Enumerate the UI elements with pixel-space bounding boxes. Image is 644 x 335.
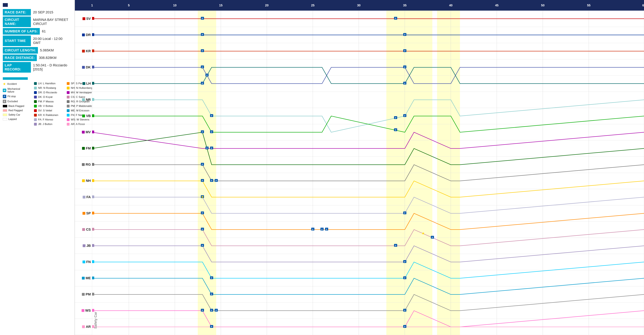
- pit-stop-label-ME: P: [211, 293, 212, 296]
- pit-stop-label-LH: P: [202, 82, 203, 85]
- lap-numbers: 151015202530354045505561: [92, 0, 644, 10]
- driver-color: [34, 109, 37, 112]
- info-row: NUMBER OF LAPS: 61: [3, 28, 72, 34]
- start-box-DK: [92, 66, 94, 68]
- driver-row-label: ME: [75, 270, 92, 286]
- start-box-NR: [92, 98, 94, 101]
- driver-color: [34, 123, 37, 126]
- pit-stop-label-FM: P: [202, 131, 203, 133]
- info-row: CIRCUIT NAME: MARINA BAY STREET CIRCUIT: [3, 16, 72, 27]
- lap-marker: 35: [403, 3, 406, 7]
- key-redflag: Red Flagged: [3, 109, 29, 112]
- info-label: RACE DISTANCE:: [3, 54, 37, 61]
- info-value: 1:50.041 - D Ricciardo [2015]: [31, 62, 72, 73]
- driver-row-label: AR: [75, 319, 92, 335]
- accident-icon: ★: [3, 82, 6, 86]
- info-value: 20 SEP 2015: [31, 9, 55, 15]
- row-labels: SVDRKRDKLHNRVBMVFMRGNHFASPCSJBFNMEPMWSAR: [75, 10, 92, 335]
- info-row: RACE DATE: 20 SEP 2015: [3, 9, 72, 15]
- driver-row-label: DK: [75, 59, 92, 75]
- driver-color: [67, 82, 70, 85]
- key-pitstop: P Pit stop: [3, 95, 29, 98]
- driver-color: [67, 87, 70, 89]
- drivers-col1: LH: L HamiltonNR: N RosbergDR: D Ricciar…: [34, 82, 62, 126]
- pit-stop-label-RG: P: [211, 180, 212, 182]
- start-box-FN: [92, 260, 94, 263]
- info-value: 5.065KM: [38, 47, 56, 54]
- blackflag-icon: [3, 105, 7, 107]
- driver-color: [34, 82, 37, 85]
- race-name: [8, 4, 13, 7]
- driver-row-label: NH: [75, 173, 92, 189]
- pit-stop-label-KR: P: [202, 50, 203, 52]
- driver-row-label: LH: [75, 75, 92, 92]
- lap-marker: 1: [91, 3, 93, 7]
- pit-stop-label-AR: P: [211, 326, 212, 328]
- accident-CS: ★: [422, 231, 425, 235]
- pit-stop-label-JB: P: [404, 261, 405, 263]
- key-accident: ★ Accident: [3, 82, 29, 86]
- driver-color: [34, 91, 37, 94]
- start-box-MV: [92, 131, 94, 133]
- driver-color: [67, 114, 70, 117]
- driver-row-label: WS: [75, 303, 92, 319]
- lap-marker: 25: [311, 3, 314, 7]
- driver-row-label: FM: [75, 140, 92, 157]
- info-label: CIRCUIT LENGTH:: [3, 47, 38, 54]
- pit-stop-label-RG: P: [202, 163, 203, 166]
- mechanical-icon: M: [3, 89, 6, 92]
- safetycar-icon: [3, 114, 7, 116]
- start-box-PM: [92, 293, 94, 296]
- start-box-SP: [92, 212, 94, 214]
- driver-row-label: DR: [75, 27, 92, 43]
- pit-stop-label-FA: P: [404, 212, 405, 214]
- pit-stop-label-SP: P: [326, 228, 327, 231]
- pit-stop-label-WS: P: [404, 326, 405, 328]
- start-box-LH: [92, 82, 94, 85]
- pit-stop-label-JB: P: [202, 245, 203, 247]
- driver-legend-item: NR: N Rosberg: [34, 86, 62, 90]
- driver-row-label: KR: [75, 43, 92, 59]
- key-section: ★ Accident M Mechanicalfailure P Pit sto…: [3, 82, 72, 126]
- driver-color: [34, 114, 37, 117]
- lap-marker: 50: [541, 3, 544, 7]
- pit-stop-label-LH: P: [404, 82, 405, 85]
- start-box-KR: [92, 49, 94, 52]
- driver-color: [67, 105, 70, 107]
- info-label: RACE DATE:: [3, 9, 31, 15]
- info-row: LAP RECORD: 1:50.041 - D Ricciardo [2015…: [3, 62, 72, 73]
- key-excluded: E Excluded: [3, 100, 29, 103]
- chart-body: SVDRKRDKLHNRVBMVFMRGNHFASPCSJBFNMEPMWSAR…: [75, 10, 644, 335]
- driver-color: [67, 100, 70, 103]
- pit-stop-label-RG: P: [216, 180, 217, 182]
- start-box-VB: [92, 114, 94, 117]
- accident-FA: ★: [201, 195, 204, 199]
- lap-marker: 10: [173, 3, 176, 7]
- lap-marker: 40: [449, 3, 452, 7]
- pit-stop-label-SP: P: [322, 228, 323, 231]
- driver-row-label: SV: [75, 10, 92, 27]
- pit-stop-label-CS: P: [432, 237, 433, 239]
- driver-legend-item: DK: D Kvyat: [34, 95, 62, 99]
- info-value: MARINA BAY STREET CIRCUIT: [31, 16, 72, 27]
- start-box-SV: [92, 17, 94, 20]
- start-box-RG: [92, 163, 94, 166]
- driver-row-label: FA: [75, 189, 92, 205]
- left-panel: RACE DATE: 20 SEP 2015 CIRCUIT NAME: MAR…: [0, 0, 75, 335]
- lap-marker: 15: [219, 3, 222, 7]
- pit-stop-label-NR: P: [404, 115, 405, 117]
- driver-color: [67, 109, 70, 112]
- pit-stop-label-PM: P: [216, 310, 217, 312]
- lap-marker: 20: [265, 3, 268, 7]
- driver-color: [34, 100, 37, 103]
- driver-color: [34, 87, 37, 89]
- driver-row-label: SP: [75, 205, 92, 221]
- pit-stop-label-SP: P: [312, 228, 314, 231]
- info-label: NUMBER OF LAPS:: [3, 28, 40, 34]
- round-row: [3, 3, 72, 8]
- pit-stop-label-SV: P: [395, 17, 396, 20]
- start-box-FA: [92, 195, 94, 198]
- key-symbols: ★ Accident M Mechanicalfailure P Pit sto…: [3, 82, 29, 126]
- pit-stop-label-FM: P: [206, 147, 208, 149]
- key-mechanical: M Mechanicalfailure: [3, 88, 29, 93]
